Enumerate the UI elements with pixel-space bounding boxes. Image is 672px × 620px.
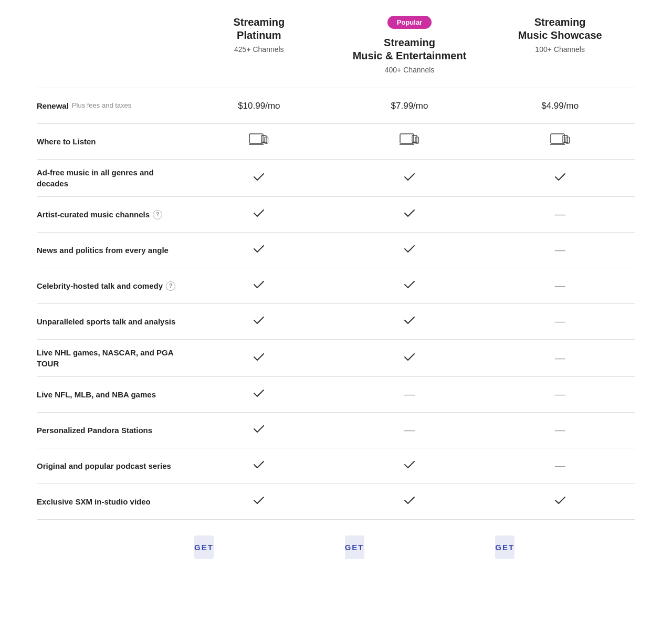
plan-title-music-showcase: Streaming Music Showcase (495, 16, 625, 42)
row-label-text: Ad-free music in all genres and decades (37, 167, 184, 189)
device-icons (400, 141, 419, 150)
table-row: Where to Listen (37, 124, 635, 160)
row-cell-music-entertainment (334, 165, 485, 192)
dash-icon: — (555, 352, 565, 364)
row-cell-music-entertainment (334, 272, 485, 299)
row-cell-platinum (184, 272, 334, 299)
check-icon (253, 208, 265, 220)
svg-rect-0 (249, 134, 263, 143)
table-row: Live NFL, MLB, and NBA games — — (37, 377, 635, 413)
table-row: Celebrity-hosted talk and comedy ? — (37, 268, 635, 304)
row-label-text: News and politics from every angle (37, 245, 169, 256)
comparison-table: Streaming Platinum 425+ Channels Popular… (37, 10, 635, 564)
row-cell-platinum (184, 417, 334, 444)
check-icon (253, 424, 265, 436)
check-icon (404, 244, 415, 256)
buttons-empty-cell (37, 535, 184, 559)
svg-point-9 (414, 142, 415, 143)
check-icon (253, 388, 265, 401)
table-row: Personalized Pandora Stations — — (37, 413, 635, 448)
row-cell-music-showcase: — (485, 272, 635, 299)
check-icon (404, 280, 415, 292)
table-row: Renewal Plus fees and taxes $10.99/mo $7… (37, 88, 635, 124)
get-button-container-music-showcase: GET (485, 535, 635, 559)
check-icon (404, 316, 415, 328)
row-cell-music-entertainment (334, 345, 485, 372)
check-icon (554, 172, 566, 184)
check-icon (253, 244, 265, 256)
price-value: $10.99/mo (238, 101, 280, 111)
device-icons (550, 141, 570, 150)
plan-title-music-entertainment: Streaming Music & Entertainment (345, 36, 475, 62)
row-cell-music-entertainment: $7.99/mo (334, 93, 485, 119)
check-icon (253, 280, 265, 292)
get-button-music-showcase[interactable]: GET (495, 535, 514, 559)
svg-point-11 (417, 142, 417, 143)
row-cell-music-entertainment (334, 237, 485, 264)
row-cell-music-showcase: — (485, 381, 635, 408)
svg-point-15 (564, 142, 565, 143)
row-cell-platinum (184, 201, 334, 228)
get-button-container-platinum: GET (184, 535, 334, 559)
table-row: Artist-curated music channels ? — (37, 197, 635, 233)
row-label-text: Original and popular podcast series (37, 460, 171, 471)
device-icons (249, 141, 269, 150)
buttons-row: GET GET GET (37, 520, 635, 564)
row-cell-platinum (184, 488, 334, 515)
plan-header-music-showcase: Streaming Music Showcase 100+ Channels (485, 10, 635, 82)
table-body: Renewal Plus fees and taxes $10.99/mo $7… (37, 88, 635, 520)
dash-icon: — (555, 424, 565, 436)
table-row: Original and popular podcast series — (37, 448, 635, 484)
row-cell-music-showcase: $4.99/mo (485, 93, 635, 119)
row-cell-platinum (184, 453, 334, 479)
row-cell-music-entertainment (334, 201, 485, 228)
dash-icon: — (555, 244, 565, 256)
get-button-platinum[interactable]: GET (194, 535, 214, 559)
dash-icon: — (555, 460, 565, 472)
row-label: Live NHL games, NASCAR, and PGA TOUR (37, 340, 184, 376)
plan-channels-platinum: 425+ Channels (194, 45, 324, 54)
check-icon (253, 460, 265, 472)
plan-channels-music-entertainment: 400+ Channels (345, 66, 475, 74)
plan-header-platinum: Streaming Platinum 425+ Channels (184, 10, 334, 82)
row-cell-music-showcase: — (485, 308, 635, 335)
row-label: Renewal Plus fees and taxes (37, 93, 184, 119)
row-label: News and politics from every angle (37, 237, 184, 263)
row-cell-music-showcase (485, 126, 635, 157)
dash-icon: — (555, 388, 565, 401)
dash-icon: — (555, 316, 565, 328)
row-cell-music-showcase: — (485, 201, 635, 228)
row-cell-music-entertainment (334, 126, 485, 157)
row-label-text: Celebrity-hosted talk and comedy (37, 280, 163, 291)
header-empty-cell (37, 10, 184, 82)
row-label-text: Exclusive SXM in-studio video (37, 496, 151, 507)
row-label-text: Live NFL, MLB, and NBA games (37, 389, 156, 400)
popular-badge: Popular (387, 16, 432, 29)
row-cell-music-entertainment: — (334, 381, 485, 408)
row-label: Celebrity-hosted talk and comedy ? (37, 273, 184, 299)
row-cell-music-showcase: — (485, 453, 635, 479)
info-icon[interactable]: ? (153, 210, 162, 219)
row-label: Exclusive SXM in-studio video (37, 489, 184, 514)
info-icon[interactable]: ? (166, 281, 175, 291)
plan-channels-music-showcase: 100+ Channels (495, 45, 625, 54)
row-cell-platinum (184, 165, 334, 192)
plan-title-platinum: Streaming Platinum (194, 16, 324, 42)
dash-icon: — (404, 388, 415, 401)
price-value: $7.99/mo (391, 101, 428, 111)
svg-point-17 (567, 142, 568, 143)
check-icon (404, 208, 415, 220)
row-cell-music-entertainment (334, 488, 485, 515)
row-cell-music-entertainment (334, 453, 485, 479)
row-cell-music-entertainment (334, 308, 485, 335)
get-button-container-music-entertainment: GET (334, 535, 485, 559)
dash-icon: — (555, 280, 565, 292)
row-cell-music-showcase (485, 488, 635, 515)
dash-icon: — (404, 424, 415, 436)
row-sublabel: Plus fees and taxes (72, 101, 131, 110)
row-label: Live NFL, MLB, and NBA games (37, 382, 184, 407)
get-button-music-entertainment[interactable]: GET (345, 535, 364, 559)
row-label-text: Renewal (37, 100, 69, 111)
check-icon (404, 352, 415, 364)
row-label: Personalized Pandora Stations (37, 417, 184, 443)
